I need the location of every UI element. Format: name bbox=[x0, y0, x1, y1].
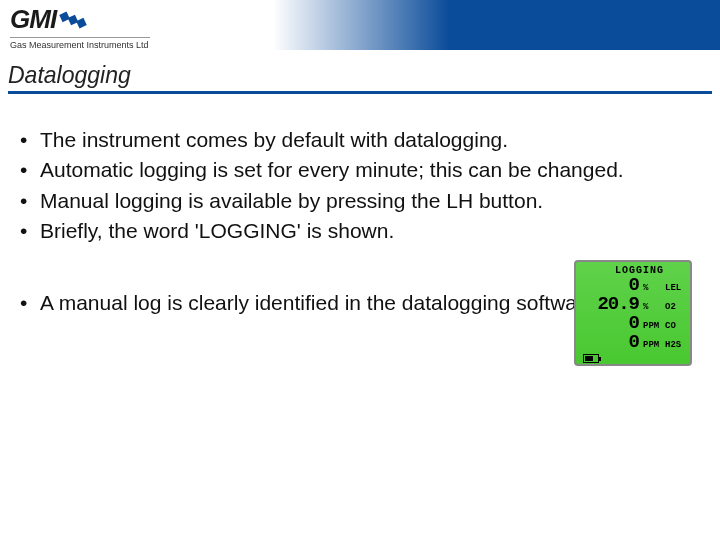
lcd-row: 0 PPM H2S bbox=[581, 331, 685, 350]
lcd-value: 0 bbox=[593, 331, 639, 353]
battery-icon bbox=[583, 354, 599, 363]
logo-text: GMI bbox=[10, 4, 56, 35]
title-row: Datalogging bbox=[0, 62, 720, 98]
lcd-unit: PPM bbox=[643, 340, 661, 350]
lcd-screenshot: LOGGING 0 % LEL 20.9 % O2 0 PPM CO 0 PPM… bbox=[574, 260, 692, 366]
list-item: Automatic logging is set for every minut… bbox=[18, 156, 702, 184]
lcd-unit: % bbox=[643, 283, 661, 293]
lcd-row: 0 % LEL bbox=[581, 274, 685, 293]
lcd-row: 20.9 % O2 bbox=[581, 293, 685, 312]
logo: GMI Gas Measurement Instruments Ltd bbox=[10, 4, 150, 50]
title-underline bbox=[8, 91, 712, 94]
lcd-gas: CO bbox=[665, 321, 685, 331]
lcd-gas: H2S bbox=[665, 340, 685, 350]
lcd-unit: PPM bbox=[643, 321, 661, 331]
bullet-list-top: The instrument comes by default with dat… bbox=[18, 126, 702, 245]
lcd-row: 0 PPM CO bbox=[581, 312, 685, 331]
header-gradient bbox=[200, 0, 720, 50]
logo-tagline: Gas Measurement Instruments Ltd bbox=[10, 37, 150, 50]
lcd-gas: O2 bbox=[665, 302, 685, 312]
lcd-gas: LEL bbox=[665, 283, 685, 293]
list-item: Manual logging is available by pressing … bbox=[18, 187, 702, 215]
list-item: Briefly, the word 'LOGGING' is shown. bbox=[18, 217, 702, 245]
slide-header: GMI Gas Measurement Instruments Ltd bbox=[0, 0, 720, 56]
list-item: The instrument comes by default with dat… bbox=[18, 126, 702, 154]
lcd-unit: % bbox=[643, 302, 661, 312]
page-title: Datalogging bbox=[8, 62, 712, 89]
logo-chevrons-icon bbox=[60, 11, 87, 27]
